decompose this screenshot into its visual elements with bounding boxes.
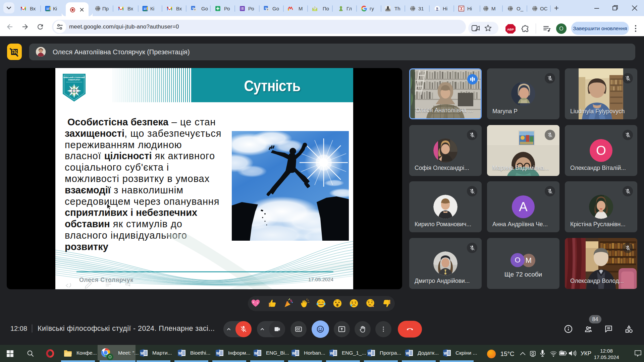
svg-text:W: W xyxy=(443,352,447,355)
svg-text:17: 17 xyxy=(46,7,49,10)
svg-text:W: W xyxy=(292,352,295,355)
svg-text:W: W xyxy=(178,352,181,355)
svg-text:S: S xyxy=(436,6,438,10)
svg-text:КИЇВСЬКИЙ СТОЛИЧНИЙ: КИЇВСЬКИЙ СТОЛИЧНИЙ xyxy=(63,76,85,78)
svg-text:W: W xyxy=(254,352,257,355)
svg-text:W: W xyxy=(330,352,333,355)
svg-text:W: W xyxy=(140,352,144,355)
svg-text:ABP: ABP xyxy=(507,27,514,31)
svg-text:W: W xyxy=(406,352,409,355)
svg-text:W: W xyxy=(368,352,371,355)
svg-text:УНІВЕРСИТЕТ: УНІВЕРСИТЕТ xyxy=(68,79,80,81)
svg-text:W: W xyxy=(216,352,219,355)
svg-text:17: 17 xyxy=(144,7,147,10)
